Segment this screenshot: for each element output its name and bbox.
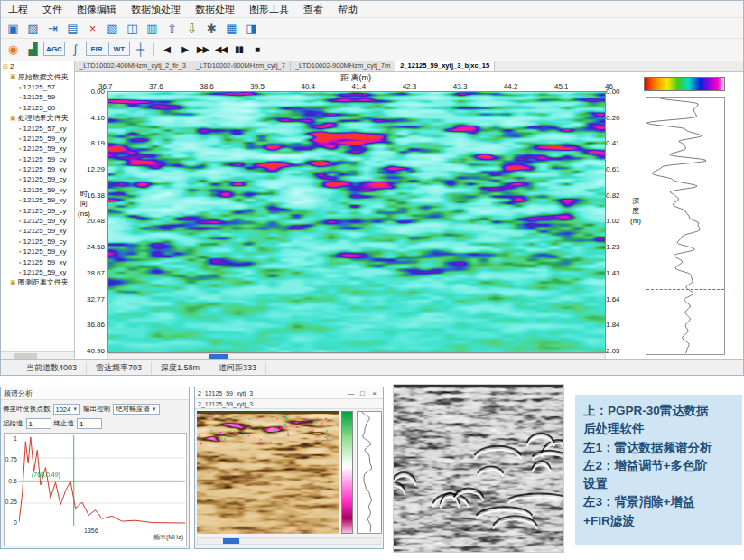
- maximize-button[interactable]: □: [357, 388, 368, 398]
- tree-item[interactable]: ▪ 12125_59_xy: [1, 144, 74, 154]
- rainbow-colorbar: [644, 77, 725, 91]
- tree-item[interactable]: ▣ 原始数据文件夹: [1, 71, 74, 81]
- menu-item[interactable]: 图形工具: [242, 1, 296, 18]
- tree-item[interactable]: ▪ 12125_59_cy: [1, 205, 74, 215]
- gain-window-titlebar[interactable]: 2_12125_59_xytj_3 — □ ×: [195, 387, 383, 399]
- tree-item[interactable]: ▪ 12125_57: [1, 82, 74, 92]
- tree-item[interactable]: ▪ 12125_59_cy: [1, 174, 74, 184]
- print-icon[interactable]: ▦: [222, 19, 241, 37]
- tree-scrollbar-thumb[interactable]: [14, 353, 37, 359]
- fast-forward-button[interactable]: ▶▶: [194, 40, 211, 58]
- tree-item[interactable]: ▪ 12125_59_xy: [1, 134, 74, 144]
- gain-radar-image[interactable]: [197, 411, 339, 534]
- remove-file-icon[interactable]: ×: [83, 19, 102, 37]
- menu-item[interactable]: 数据处理: [188, 1, 242, 18]
- spectrum-titlebar[interactable]: 频谱分析: [1, 387, 189, 400]
- new-project-icon[interactable]: ▣: [4, 19, 23, 37]
- fft-size-select[interactable]: 1024 ▼: [53, 404, 81, 415]
- colormap-icon[interactable]: ◉: [4, 40, 23, 58]
- fir-filter-button[interactable]: FIR: [86, 42, 107, 56]
- time-axis-tick: 28.67: [87, 269, 105, 277]
- menu-item[interactable]: 数据预处理: [124, 1, 188, 18]
- tree-node-label: 12125_60: [23, 104, 55, 112]
- pause-button[interactable]: ▮▮: [230, 40, 247, 58]
- tree-item[interactable]: ▪ 12125_57_xy: [1, 123, 74, 133]
- tree-item[interactable]: ▪ 12125_59_xy: [1, 247, 74, 257]
- save-all-icon[interactable]: ▥: [143, 19, 162, 37]
- print-preview-icon[interactable]: ◨: [242, 19, 261, 37]
- settings-gear-icon[interactable]: ✱: [202, 19, 221, 37]
- radar-hscrollbar[interactable]: [107, 353, 606, 359]
- main-radar-image[interactable]: [108, 92, 605, 352]
- tree-item[interactable]: ▪ 12125_59_xy: [1, 185, 74, 195]
- copy-file-icon[interactable]: ▤: [63, 19, 82, 37]
- wavelet-button[interactable]: WT: [108, 42, 130, 56]
- menu-item[interactable]: 图像编辑: [70, 1, 124, 18]
- tree-scrollbar[interactable]: [1, 351, 74, 359]
- tree-item[interactable]: ⊟ 2: [1, 61, 74, 71]
- minimize-button[interactable]: —: [345, 388, 357, 398]
- rewind-button[interactable]: ◀◀: [212, 40, 229, 58]
- tree-item[interactable]: ▪ 12125_59_xy: [1, 216, 74, 226]
- document-tab[interactable]: 2_12125_59_xytj_3_bjxc_15: [395, 61, 495, 71]
- gain-hscrollbar[interactable]: [197, 537, 381, 545]
- tree-item[interactable]: ▪ 12125_59_xy: [1, 195, 74, 205]
- spectrum-plot: 10.750.50.250 (768,0.49) 1356 频率(MHz): [4, 433, 187, 546]
- main-content: ⊟ 2 ▣ 原始数据文件夹 ▪ 12125_57: [1, 61, 743, 359]
- tree-node-label: 12125_59_cy: [23, 175, 66, 183]
- tree-node-label: 2: [10, 62, 14, 70]
- gain-curve-icon[interactable]: ∫: [66, 40, 85, 58]
- stop-button[interactable]: ■: [248, 40, 265, 58]
- document-tab[interactable]: _LTD10002-900MHzm_cytj_7: [191, 61, 291, 71]
- depth-axis-tick: 0.00: [606, 88, 620, 96]
- status-field: 深度1.58m: [152, 362, 209, 374]
- end-trace-input[interactable]: [77, 418, 102, 429]
- tree-node-icon: ▪: [19, 84, 21, 90]
- menu-item[interactable]: 帮助: [330, 1, 365, 18]
- tree-item[interactable]: ▪ 12125_59_xy: [1, 267, 74, 277]
- tree-item[interactable]: ▪ 12125_59_cy: [1, 154, 74, 164]
- save-icon[interactable]: ◫: [123, 19, 142, 37]
- tree-node-icon: ▪: [19, 105, 21, 111]
- menu-item[interactable]: 工程: [1, 1, 35, 18]
- tree-item[interactable]: ▪ 12125_60: [1, 103, 74, 113]
- pan-crosshair-icon[interactable]: ┼: [131, 40, 150, 58]
- tree-node-icon: ▣: [10, 115, 16, 122]
- export-icon[interactable]: ⇧: [163, 19, 181, 37]
- time-axis-tick: 8.19: [90, 139, 105, 147]
- tree-item[interactable]: ▣ 处理结果文件夹: [1, 113, 74, 123]
- filtered-radar-image[interactable]: [394, 385, 563, 552]
- folder-icon[interactable]: ▧: [103, 19, 122, 37]
- menu-item[interactable]: 文件: [35, 1, 70, 18]
- status-field: 雷达频率703: [87, 362, 152, 374]
- status-field: 当前道数4003: [17, 362, 87, 374]
- tree-item[interactable]: ▣ 图测距离文件夹: [1, 277, 74, 287]
- spectrum-x-unit: 频率(MHz): [153, 533, 183, 542]
- histogram-icon[interactable]: ▟: [23, 40, 42, 58]
- multicolor-scale-bar: [341, 411, 353, 534]
- start-trace-label: 起始道: [3, 419, 23, 428]
- tree-item[interactable]: ▪ 12125_59_cy: [1, 237, 74, 247]
- gain-window-tab[interactable]: 2_12125_59_xytj_3: [195, 399, 383, 409]
- tree-item[interactable]: ▪ 12125_59_xy: [1, 226, 74, 236]
- import-icon[interactable]: ⇩: [182, 19, 201, 37]
- tree-item[interactable]: ▪ 12125_59_xy: [1, 257, 74, 266]
- tree-node-label: 12125_59_xy: [23, 186, 66, 194]
- output-control-select[interactable]: 绝对幅度谱 ▼: [113, 404, 159, 415]
- start-trace-input[interactable]: [26, 418, 51, 429]
- import-file-icon[interactable]: ⇥: [43, 19, 62, 37]
- tree-item[interactable]: ▪ 12125_59_xy: [1, 164, 74, 174]
- tree-item[interactable]: ▪ 12125_59: [1, 92, 74, 102]
- gain-hscrollbar-thumb[interactable]: [223, 538, 239, 544]
- time-axis-tick: 32.77: [87, 295, 105, 303]
- menu-item[interactable]: 查看: [296, 1, 330, 18]
- document-tab[interactable]: _LTD10002-900MHzm_cytj_7m: [291, 61, 395, 71]
- time-axis-tick: 12.29: [87, 165, 105, 173]
- step-back-button[interactable]: ◀: [158, 40, 175, 58]
- time-axis-tick: 40.96: [87, 347, 105, 355]
- close-button[interactable]: ×: [368, 388, 380, 398]
- open-project-icon[interactable]: ▨: [23, 19, 42, 37]
- play-button[interactable]: ▶: [176, 40, 193, 58]
- agc-button[interactable]: AGC: [43, 42, 65, 56]
- document-tab[interactable]: _LTD10002-400MHzm_cytj_2_fir_3: [75, 61, 191, 71]
